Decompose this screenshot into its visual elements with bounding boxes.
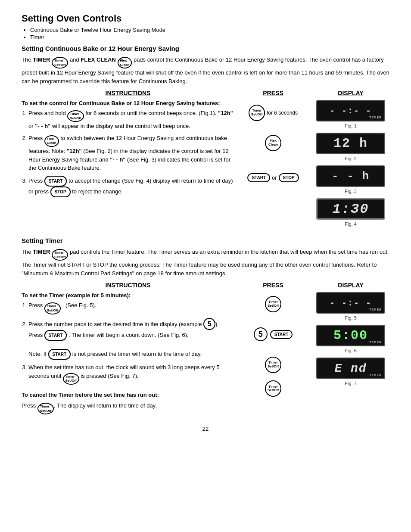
stop-btn-press1: STOP xyxy=(279,173,299,182)
press-header-1: PRESS xyxy=(239,90,308,96)
display-col-1: DISPLAY - -:- - TIMER Fig. 1 12 h Fig. 2… xyxy=(312,90,389,231)
press-col-2: PRESS TimerSet/Off 5 START TimerSet/Off … xyxy=(239,282,308,417)
page-number: 22 xyxy=(22,426,389,432)
section2-title: Setting Timer xyxy=(22,237,389,244)
section2-cancel-title: To cancel the Timer before the set time … xyxy=(22,391,234,399)
press-col-1: PRESS TimerSet/Off for 6 seconds FlexCle… xyxy=(239,90,308,231)
timer-btn-press2-1: TimerSet/Off xyxy=(265,296,281,312)
instructions-header-2: INSTRUCTIONS xyxy=(22,282,234,289)
display-fig6: 5:00 TIMER xyxy=(316,325,385,346)
num-5-press: 5 xyxy=(254,327,268,341)
section2-intro: The TIMER TimerSet/Off pad controls the … xyxy=(22,248,389,277)
timer-btn-s2-3: TimerSet/Off xyxy=(63,373,79,385)
timer-btn-s1-1: TimerSet/Off xyxy=(67,110,84,122)
fig4-label: Fig. 4 xyxy=(312,221,389,227)
display-fig3: - - h xyxy=(316,165,385,187)
fig1-label: Fig. 1 xyxy=(312,123,389,128)
display-header-2: DISPLAY xyxy=(312,282,389,289)
fig5-label: Fig. 5 xyxy=(312,315,389,320)
display-fig4: 1:30 xyxy=(316,198,385,220)
stop-btn-s1: STOP xyxy=(50,187,71,197)
start-btn-s1: START xyxy=(44,176,67,187)
section2-step3: When the set time has run out, the clock… xyxy=(28,363,234,385)
instructions-header-1: INSTRUCTIONS xyxy=(22,90,234,96)
timer-btn-inline1: TimerSet/Off xyxy=(52,57,68,68)
section1-layout: INSTRUCTIONS To set the control for Cont… xyxy=(22,90,389,231)
start-btn-s2: START xyxy=(44,330,67,341)
section1-sub-title: To set the control for Continuous Bake o… xyxy=(22,100,234,106)
bullet-2: Timer xyxy=(30,34,389,40)
flex-clean-btn-press1: FlexClean xyxy=(265,135,281,151)
press-header-2: PRESS xyxy=(239,282,308,289)
intro-bullets: Continuous Bake or Twelve Hour Energy Sa… xyxy=(30,27,389,40)
press-item-3: START or STOP xyxy=(247,173,299,182)
flexclean-btn-s1: FlexClean xyxy=(44,135,59,147)
press-item-1: TimerSet/Off for 6 seconds xyxy=(249,105,298,121)
flexclean-btn-inline1: FlexClean xyxy=(118,57,132,68)
section2-steps: Press TimerSet/Off . (See Fig. 5). Press… xyxy=(28,301,234,384)
display-header-1: DISPLAY xyxy=(312,90,389,96)
section1-step2: Press FlexClean to switch between the 12… xyxy=(28,134,234,172)
timer-btn-cancel: TimerSet/Off xyxy=(37,403,54,414)
display-fig1: - -:- - TIMER xyxy=(316,100,385,121)
bullet-1: Continuous Bake or Twelve Hour Energy Sa… xyxy=(30,27,389,33)
section2-container: Setting Timer The TIMER TimerSet/Off pad… xyxy=(22,237,389,417)
display-fig2: 12 h xyxy=(316,133,385,154)
section1-title: Setting Continuous Bake or 12 Hour Energ… xyxy=(22,45,389,52)
start-btn-note: START xyxy=(48,349,71,360)
press-label-1: for 6 seconds xyxy=(267,110,298,116)
timer-btn-press2-3: TimerSet/Off xyxy=(265,357,281,373)
fig6-label: Fig. 6 xyxy=(312,348,389,353)
instructions-col-1: INSTRUCTIONS To set the control for Cont… xyxy=(22,90,234,231)
section1-step1: Press and hold TimerSet/Off for 6 second… xyxy=(28,109,234,131)
fig3-label: Fig. 3 xyxy=(312,189,389,194)
instructions-col-2: INSTRUCTIONS To set the Timer (example f… xyxy=(22,282,234,417)
section2-sub-title: To set the Timer (example for 5 minutes)… xyxy=(22,292,234,299)
section2-step1: Press TimerSet/Off . (See Fig. 5). xyxy=(28,301,234,314)
timer-btn-s2-1: TimerSet/Off xyxy=(44,302,61,314)
timer-btn-press1: TimerSet/Off xyxy=(249,105,265,121)
section1-step3: Press START to accept the change (See Fi… xyxy=(28,176,234,197)
num-5-btn: 5 xyxy=(203,318,215,330)
section2-step2: Press the number pads to set the desired… xyxy=(28,318,234,360)
start-btn-press1: START xyxy=(247,173,270,182)
timer-btn-press2-cancel: TimerSet/Off xyxy=(265,380,281,397)
section1-intro: The TIMER TimerSet/Off and FLEX CLEAN Fl… xyxy=(22,56,389,85)
timer-btn-inline2: TimerSet/Off xyxy=(52,249,68,261)
page-title: Setting Oven Controls xyxy=(22,13,389,24)
section1-steps: Press and hold TimerSet/Off for 6 second… xyxy=(28,109,234,197)
start-btn-press2: START xyxy=(270,330,293,339)
fig2-label: Fig. 2 xyxy=(312,156,389,161)
display-col-2: DISPLAY - -:- - TIMER Fig. 5 5:00 TIMER … xyxy=(312,282,389,417)
display-fig5: - -:- - TIMER xyxy=(316,292,385,314)
display-fig7: E nd TIMER xyxy=(316,358,385,379)
section2-layout: INSTRUCTIONS To set the Timer (example f… xyxy=(22,282,389,417)
section2-cancel-text: Press TimerSet/Off. The display will ret… xyxy=(22,401,234,414)
fig7-label: Fig. 7 xyxy=(312,381,389,386)
or-label: or xyxy=(272,174,277,181)
